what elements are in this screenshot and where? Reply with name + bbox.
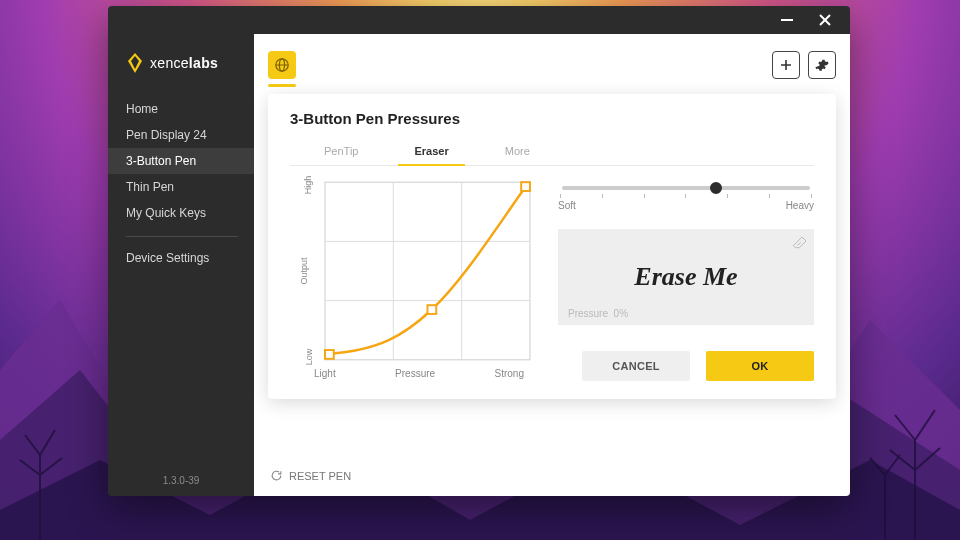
- slider-track[interactable]: [562, 186, 810, 190]
- sidebar-item-pen-display[interactable]: Pen Display 24: [108, 122, 254, 148]
- sidebar-item-home[interactable]: Home: [108, 96, 254, 122]
- tab-label: More: [505, 145, 530, 157]
- tab-more[interactable]: More: [499, 139, 536, 165]
- dialog-title: 3-Button Pen Pressures: [290, 110, 814, 127]
- topbar: [254, 34, 850, 86]
- sidebar-item-label: 3-Button Pen: [126, 154, 196, 168]
- close-button[interactable]: [816, 11, 834, 29]
- cancel-button[interactable]: CANCEL: [582, 351, 690, 381]
- plus-icon: [779, 58, 793, 72]
- slider-label-heavy: Heavy: [786, 200, 814, 211]
- y-axis-mid: Output: [299, 257, 309, 284]
- erase-test-area[interactable]: Erase Me Pressure 0%: [558, 229, 814, 325]
- sidebar-item-label: Thin Pen: [126, 180, 174, 194]
- x-axis-mid: Pressure: [395, 368, 435, 379]
- button-label: CANCEL: [612, 360, 660, 372]
- reset-icon: [270, 469, 283, 482]
- y-axis-low: Low: [304, 349, 314, 366]
- sidebar-item-quick-keys[interactable]: My Quick Keys: [108, 200, 254, 226]
- reset-label: RESET PEN: [289, 470, 351, 482]
- minimize-button[interactable]: [778, 11, 796, 29]
- tab-label: PenTip: [324, 145, 358, 157]
- eraser-icon: [792, 235, 808, 255]
- slider-ticks: [558, 194, 814, 198]
- tab-pentip[interactable]: PenTip: [318, 139, 364, 165]
- firmness-slider[interactable]: Soft Heavy: [558, 186, 814, 211]
- tab-label: Eraser: [414, 145, 448, 157]
- app-window: xencelabs Home Pen Display 24 3-Button P…: [108, 6, 850, 496]
- main-panel: 3-Button Pen Pressures PenTip Eraser Mor…: [254, 34, 850, 496]
- sidebar-item-label: My Quick Keys: [126, 206, 206, 220]
- x-axis-low: Light: [314, 368, 336, 379]
- settings-button[interactable]: [808, 51, 836, 79]
- brand-text: xencelabs: [150, 55, 218, 71]
- ok-button[interactable]: OK: [706, 351, 814, 381]
- gear-icon: [815, 58, 829, 72]
- pressure-readout: Pressure 0%: [568, 308, 628, 319]
- sidebar-separator: [126, 236, 238, 237]
- svg-rect-8: [325, 182, 530, 360]
- erase-text: Erase Me: [634, 262, 737, 292]
- svg-rect-13: [325, 350, 334, 359]
- sidebar-item-label: Pen Display 24: [126, 128, 207, 142]
- brand-logo-icon: [126, 52, 144, 74]
- pressure-dialog: 3-Button Pen Pressures PenTip Eraser Mor…: [268, 94, 836, 399]
- dialog-buttons: CANCEL OK: [558, 351, 814, 381]
- dialog-tabs: PenTip Eraser More: [290, 139, 814, 166]
- tab-eraser[interactable]: Eraser: [408, 139, 454, 165]
- x-axis-high: Strong: [495, 368, 524, 379]
- sidebar: xencelabs Home Pen Display 24 3-Button P…: [108, 34, 254, 496]
- svg-rect-15: [521, 182, 530, 191]
- pressure-curve-chart: High Output Low: [290, 180, 530, 381]
- y-axis-high: High: [303, 176, 313, 195]
- globe-button[interactable]: [268, 51, 296, 79]
- button-label: OK: [751, 360, 768, 372]
- sidebar-item-thin-pen[interactable]: Thin Pen: [108, 174, 254, 200]
- controls-column: Soft Heavy Erase Me: [558, 180, 814, 381]
- titlebar: [108, 6, 850, 34]
- slider-thumb[interactable]: [710, 182, 722, 194]
- globe-icon: [274, 57, 290, 73]
- desktop-wallpaper: xencelabs Home Pen Display 24 3-Button P…: [0, 0, 960, 540]
- version-label: 1.3.0-39: [108, 465, 254, 496]
- sidebar-item-label: Home: [126, 102, 158, 116]
- sidebar-item-device-settings[interactable]: Device Settings: [108, 245, 254, 271]
- sidebar-item-label: Device Settings: [126, 251, 209, 265]
- curve-plot-area[interactable]: [325, 180, 530, 362]
- brand: xencelabs: [108, 38, 254, 96]
- sidebar-item-3button-pen[interactable]: 3-Button Pen: [108, 148, 254, 174]
- slider-label-soft: Soft: [558, 200, 576, 211]
- svg-rect-14: [428, 305, 437, 314]
- reset-pen-button[interactable]: RESET PEN: [268, 467, 836, 484]
- add-button[interactable]: [772, 51, 800, 79]
